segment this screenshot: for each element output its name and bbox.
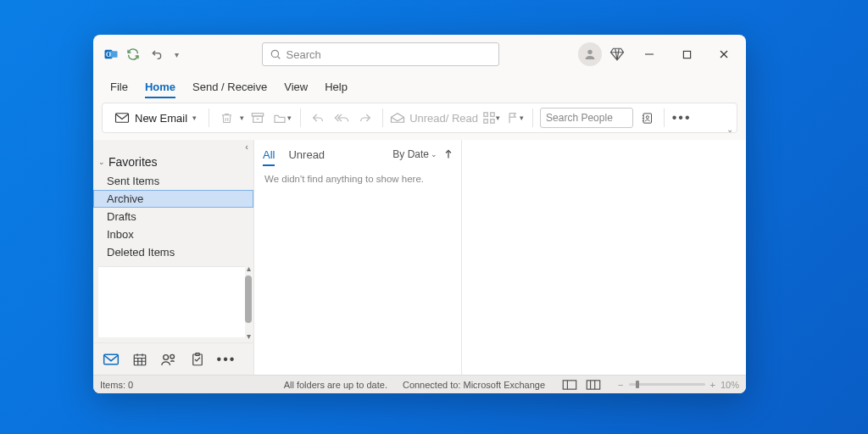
svg-rect-24 [134, 354, 146, 364]
svg-text:O: O [106, 51, 111, 58]
categorize-button[interactable]: ▾ [481, 108, 502, 128]
svg-point-32 [170, 354, 175, 359]
account-avatar[interactable] [578, 42, 602, 66]
zoom-control[interactable]: − + 10% [618, 380, 739, 390]
svg-rect-38 [587, 380, 599, 388]
more-commands-button[interactable]: ••• [671, 108, 692, 128]
folder-archive[interactable]: Archive [93, 190, 253, 208]
global-search[interactable] [262, 42, 499, 66]
ribbon-collapse-icon[interactable]: ⌄ [726, 125, 733, 134]
ribbon: New Email ▾ ▾ ▾ [102, 103, 737, 133]
sort-by-button[interactable]: By Date ⌄ [392, 148, 437, 160]
svg-rect-16 [484, 120, 487, 123]
scroll-up-icon[interactable]: ▴ [244, 264, 253, 273]
new-email-label: New Email [135, 112, 187, 125]
message-list-header: All Unread By Date ⌄ [254, 140, 461, 169]
menu-view[interactable]: View [275, 77, 316, 97]
status-items-count: Items: 0 [100, 380, 133, 390]
scroll-down-icon[interactable]: ▾ [244, 331, 253, 341]
svg-point-19 [646, 115, 648, 118]
outlook-app-icon: O [103, 47, 119, 62]
scrollbar-thumb[interactable] [245, 275, 252, 323]
delete-button[interactable] [216, 108, 236, 128]
status-connection: Connected to: Microsoft Exchange [403, 380, 545, 390]
message-list-pane: All Unread By Date ⌄ We didn't find anyt… [254, 140, 462, 375]
zoom-percent: 10% [721, 380, 739, 390]
mail-module-button[interactable] [102, 350, 120, 369]
chevron-down-icon: ⌄ [98, 158, 105, 166]
svg-rect-15 [491, 113, 494, 116]
move-button[interactable]: ▾ [271, 108, 293, 128]
qat-customize-icon[interactable]: ▾ [171, 50, 182, 59]
tab-all[interactable]: All [263, 148, 275, 161]
global-search-input[interactable] [287, 48, 492, 61]
sync-icon[interactable] [124, 45, 142, 64]
close-button[interactable] [707, 41, 741, 68]
svg-line-4 [277, 57, 280, 59]
reply-button[interactable] [308, 108, 328, 128]
svg-rect-10 [116, 114, 129, 123]
premium-diamond-icon[interactable] [605, 42, 629, 66]
tasks-module-button[interactable] [188, 350, 207, 369]
svg-point-5 [587, 50, 592, 54]
svg-rect-7 [683, 51, 690, 58]
chevron-down-icon: ⌄ [431, 150, 437, 159]
more-modules-button[interactable]: ••• [217, 350, 236, 369]
archive-button[interactable] [248, 108, 268, 128]
svg-rect-17 [491, 120, 494, 123]
module-switcher: ••• [93, 342, 253, 375]
menubar: File Home Send / Receive View Help [93, 74, 746, 99]
menu-help[interactable]: Help [316, 77, 356, 97]
svg-rect-23 [104, 354, 119, 364]
new-email-button[interactable]: New Email ▾ [109, 109, 202, 127]
folder-sent-items[interactable]: Sent Items [93, 172, 253, 190]
zoom-in-icon[interactable]: + [710, 380, 715, 390]
maximize-button[interactable] [670, 41, 704, 68]
envelope-open-icon [390, 112, 405, 124]
folder-drafts[interactable]: Drafts [93, 208, 253, 225]
collapse-folder-pane-icon[interactable]: ‹ [93, 140, 253, 152]
favorites-list: Sent Items Archive Drafts Inbox Deleted … [93, 172, 253, 261]
status-sync: All folders are up to date. [284, 380, 387, 390]
zoom-out-icon[interactable]: − [618, 380, 623, 390]
search-icon [270, 48, 281, 60]
svg-rect-36 [563, 380, 576, 388]
tab-unread[interactable]: Unread [288, 148, 325, 161]
search-people-input[interactable] [540, 108, 633, 128]
body: ‹ ⌄ Favorites Sent Items Archive Drafts … [93, 140, 746, 375]
forward-button[interactable] [355, 108, 376, 128]
reading-pane [462, 140, 746, 375]
outlook-window: O ▾ [93, 35, 746, 393]
unread-read-label: Unread/ Read [409, 112, 478, 125]
people-module-button[interactable] [159, 350, 178, 369]
calendar-module-button[interactable] [131, 350, 149, 369]
chevron-down-icon: ▾ [192, 114, 197, 122]
favorites-header[interactable]: ⌄ Favorites [93, 152, 253, 172]
folder-deleted-items[interactable]: Deleted Items [93, 243, 253, 261]
svg-point-31 [164, 354, 169, 359]
undo-icon[interactable] [147, 45, 166, 64]
unread-read-button[interactable]: Unread/ Read [390, 112, 478, 125]
flag-button[interactable]: ▾ [505, 108, 526, 128]
menu-send-receive[interactable]: Send / Receive [184, 77, 275, 97]
delete-chevron-icon[interactable]: ▾ [240, 114, 244, 122]
titlebar: O ▾ [93, 35, 746, 74]
folder-inbox[interactable]: Inbox [93, 225, 253, 243]
menu-home[interactable]: Home [136, 77, 184, 97]
view-normal-button[interactable] [560, 378, 579, 392]
statusbar: Items: 0 All folders are up to date. Con… [93, 375, 746, 393]
folder-pane: ‹ ⌄ Favorites Sent Items Archive Drafts … [93, 140, 254, 375]
sort-direction-button[interactable] [444, 149, 453, 159]
empty-list-message: We didn't find anything to show here. [254, 169, 461, 189]
view-toggle [560, 378, 603, 392]
ribbon-container: New Email ▾ ▾ ▾ [93, 99, 746, 140]
menu-file[interactable]: File [102, 77, 136, 97]
view-reading-button[interactable] [584, 378, 603, 392]
zoom-slider[interactable] [629, 383, 705, 386]
reply-all-button[interactable] [331, 108, 352, 128]
account-tree-placeholder: ▴ ▾ [98, 266, 245, 337]
svg-point-3 [271, 50, 278, 57]
minimize-button[interactable] [632, 41, 666, 68]
address-book-button[interactable] [637, 108, 657, 128]
svg-rect-14 [484, 113, 487, 116]
